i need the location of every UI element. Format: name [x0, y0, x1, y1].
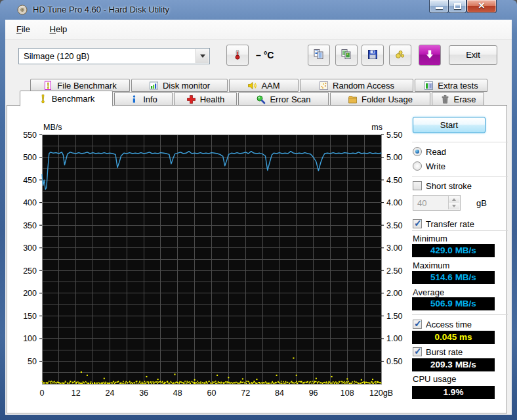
svg-text:350: 350 — [23, 221, 37, 230]
health-icon — [186, 94, 196, 104]
minimize-button[interactable] — [429, 0, 449, 13]
down-arrow-button[interactable] — [419, 45, 441, 66]
benchmark-icon — [38, 94, 48, 104]
temperature-button[interactable] — [226, 45, 249, 66]
access-time-checkbox[interactable] — [413, 320, 422, 329]
svg-text:3.00: 3.00 — [386, 243, 402, 253]
copy-image-button[interactable] — [335, 45, 358, 66]
svg-text:50: 50 — [28, 357, 37, 366]
tab-label: File Benchmark — [57, 81, 116, 91]
burst-rate-label: Burst rate — [426, 347, 463, 357]
tab-health[interactable]: Health — [174, 92, 237, 106]
close-icon — [467, 1, 496, 10]
svg-text:4.50: 4.50 — [386, 176, 402, 185]
maximize-icon — [454, 3, 461, 9]
window-title: HD Tune Pro 4.60 - Hard Disk Utility — [33, 5, 169, 14]
svg-text:5.00: 5.00 — [386, 153, 402, 162]
svg-text:3.50: 3.50 — [386, 221, 402, 230]
copy-text-button[interactable] — [308, 45, 330, 66]
tab-row-lower: BenchmarkInfoHealthError ScanFolder Usag… — [20, 92, 486, 106]
tab-label: AAM — [261, 81, 279, 91]
burst-rate-row: Burst rate — [413, 346, 463, 357]
maximum-value: 514.6 MB/s — [412, 271, 495, 284]
tab-extra-tests[interactable]: Extra tests — [415, 79, 487, 92]
copy-image-icon — [341, 49, 352, 62]
extra-tests-icon — [424, 81, 434, 91]
error-scan-icon — [256, 94, 266, 104]
tab-file-benchmark[interactable]: File Benchmark — [30, 79, 130, 92]
stepper-arrows — [448, 196, 459, 209]
transfer-rate-row: Transfer rate — [413, 219, 474, 229]
titlebar[interactable]: HD Tune Pro 4.60 - Hard Disk Utility — [0, 0, 517, 20]
write-radio[interactable] — [413, 161, 422, 171]
tab-info[interactable]: Info — [114, 92, 173, 106]
info-icon — [129, 94, 139, 104]
save-icon — [367, 49, 379, 62]
exit-button[interactable]: Exit — [449, 45, 497, 65]
tab-label: Disk monitor — [163, 81, 210, 91]
svg-text:72: 72 — [241, 388, 250, 398]
short-stroke-unit: gB — [476, 198, 487, 208]
svg-text:48: 48 — [173, 388, 182, 398]
tab-disk-monitor[interactable]: Disk monitor — [131, 79, 228, 92]
transfer-rate-checkbox[interactable] — [413, 219, 422, 228]
tab-folder-usage[interactable]: Folder Usage — [330, 92, 430, 106]
minimum-value: 429.0 MB/s — [412, 244, 495, 257]
read-label: Read — [426, 147, 446, 157]
menu-file[interactable]: File — [10, 20, 36, 34]
tab-label: Info — [143, 94, 157, 104]
tab-benchmark[interactable]: Benchmark — [20, 91, 113, 106]
short-stroke-row: Short stroke — [413, 180, 472, 191]
erase-icon — [440, 94, 450, 104]
benchmark-page: MB/sms550500450400350300250200150100505.… — [7, 105, 507, 413]
average-value: 506.9 MB/s — [412, 297, 495, 310]
access-time-value: 0.045 ms — [412, 331, 495, 344]
short-stroke-value: 40 — [417, 198, 426, 208]
svg-text:2.50: 2.50 — [386, 266, 402, 276]
short-stroke-stepper[interactable]: 40 — [413, 195, 461, 211]
cpu-usage-value: 1.9% — [412, 386, 495, 399]
menu-help[interactable]: Help — [44, 20, 73, 34]
folder-usage-icon — [348, 94, 358, 104]
tab-error-scan[interactable]: Error Scan — [238, 92, 329, 106]
burst-rate-checkbox[interactable] — [413, 347, 422, 356]
short-stroke-label: Short stroke — [426, 181, 472, 191]
cpu-usage-label: CPU usage — [413, 374, 456, 384]
svg-text:250: 250 — [23, 266, 37, 276]
benchmark-chart: MB/sms550500450400350300250200150100505.… — [7, 106, 410, 413]
tab-erase[interactable]: Erase — [432, 92, 484, 106]
save-button[interactable] — [362, 45, 384, 66]
chevron-down-icon — [196, 49, 209, 63]
maximize-button[interactable] — [448, 0, 466, 13]
svg-text:1.00: 1.00 — [386, 334, 402, 343]
read-radio[interactable] — [413, 147, 422, 156]
write-radio-row: Write — [413, 161, 445, 171]
average-label: Average — [413, 287, 444, 297]
app-icon — [17, 5, 28, 15]
spin-up-icon[interactable] — [449, 196, 459, 203]
short-stroke-checkbox[interactable] — [413, 181, 422, 190]
screenshot-button[interactable] — [389, 45, 411, 66]
tab-label: Erase — [454, 94, 476, 104]
close-button[interactable] — [466, 0, 497, 13]
svg-text:200: 200 — [23, 289, 37, 298]
tab-aam[interactable]: AAM — [229, 79, 299, 92]
divider — [412, 176, 508, 177]
temperature-value: – °C — [256, 50, 274, 60]
spin-down-icon[interactable] — [449, 203, 459, 209]
tab-label: Health — [200, 94, 225, 104]
down-arrow-icon — [424, 49, 436, 62]
start-button[interactable]: Start — [413, 117, 486, 133]
copy-text-icon — [313, 49, 325, 62]
svg-text:150: 150 — [23, 312, 37, 321]
hdtune-window: HD Tune Pro 4.60 - Hard Disk Utility Fil… — [0, 0, 517, 420]
tab-label: Error Scan — [270, 94, 310, 104]
svg-text:100: 100 — [23, 334, 37, 343]
tab-label: Extra tests — [438, 81, 478, 91]
tab-random-access[interactable]: Random Access — [300, 79, 413, 92]
screenshot-icon — [394, 49, 406, 62]
svg-text:550: 550 — [23, 131, 37, 140]
drive-select-dropdown[interactable]: Silmage (120 gB) — [18, 48, 210, 64]
svg-text:0: 0 — [40, 388, 45, 398]
access-time-row: Access time — [413, 319, 472, 329]
